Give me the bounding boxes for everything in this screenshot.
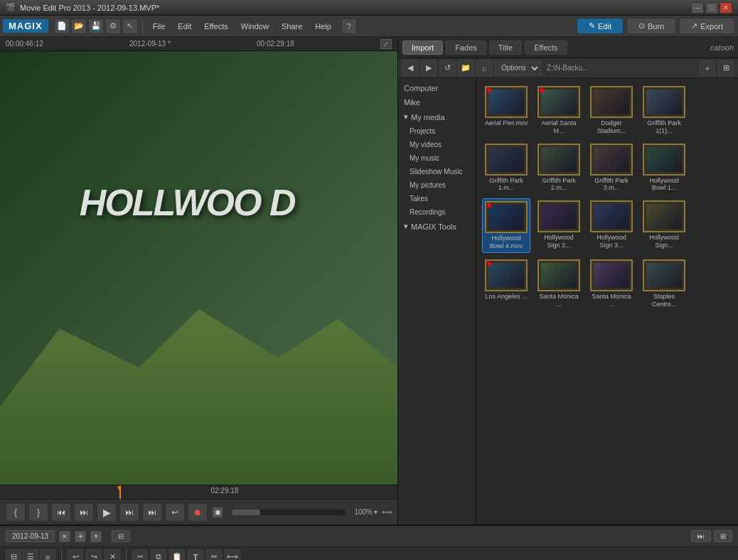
file-item[interactable]: Staples Centre...	[640, 257, 688, 311]
copy-button[interactable]: ⧉	[151, 549, 166, 561]
minimize-button[interactable]: ─	[691, 2, 704, 14]
prev-frame-button[interactable]: ⏮	[51, 503, 71, 522]
options-dropdown[interactable]: Options	[495, 61, 541, 75]
file-item[interactable]: Aerial Pier.mov	[482, 84, 530, 137]
grid-view-button[interactable]: ⊞	[718, 60, 734, 76]
menu-edit[interactable]: Edit	[172, 19, 197, 33]
timeline-add-button[interactable]: +	[75, 531, 86, 542]
end-button[interactable]: ⏭	[119, 503, 139, 522]
expand-icon-2: ▾	[404, 222, 408, 231]
cursor-button[interactable]: ↖	[122, 18, 138, 34]
storyboard-view-button[interactable]: ⊟	[112, 530, 130, 542]
tab-burn-top[interactable]: ⊙ Burn	[626, 18, 676, 34]
close-button[interactable]: ✕	[720, 2, 732, 14]
new-button[interactable]: 📄	[54, 18, 70, 34]
menu-effects[interactable]: Effects	[198, 19, 233, 33]
tab-title[interactable]: Title	[489, 41, 522, 55]
mark-out-button[interactable]: }	[28, 503, 48, 522]
cut-button[interactable]: ✂	[132, 549, 148, 561]
zoom-display: 100% ▾ ⟺	[354, 508, 392, 516]
file-item[interactable]: Dodger Stadium...	[587, 84, 636, 137]
file-label: Griffith Park 3.m...	[589, 177, 633, 193]
search-button[interactable]: ⌕	[476, 60, 492, 76]
nav-slideshow[interactable]: Slideshow Music	[398, 165, 476, 178]
nav-computer[interactable]: Computer	[398, 81, 476, 95]
forward-button[interactable]: ▶	[421, 60, 437, 76]
file-item[interactable]: Hollywood Sign 2...	[535, 198, 583, 253]
nav-mymedia[interactable]: ▾ My media	[398, 109, 476, 124]
file-item[interactable]: Hollywood Bowl 1...	[640, 141, 688, 195]
tab-edit-top[interactable]: ✎ Edit	[577, 18, 624, 34]
refresh-button[interactable]: ↺	[439, 60, 455, 76]
folder-button[interactable]: 📁	[458, 60, 474, 76]
file-item[interactable]: Hollywood Sign 3...	[587, 198, 636, 253]
add-button[interactable]: +	[700, 60, 715, 76]
file-item[interactable]: Griffith Park 3.m...	[587, 141, 636, 195]
thumbnail-preview	[488, 147, 524, 172]
path-label: Z:\N-Backu...	[547, 64, 588, 72]
effects-button[interactable]: ✏	[206, 549, 222, 561]
paste-button[interactable]: 📋	[169, 549, 185, 561]
nav-takes[interactable]: Takes	[398, 192, 476, 205]
window-controls[interactable]: ─ □ ✕	[691, 2, 732, 14]
file-item[interactable]: Hollywood Sign...	[640, 198, 688, 253]
file-item[interactable]: Griffith Park 1.m...	[482, 141, 530, 195]
preview-expand-button[interactable]: ⤢	[380, 39, 392, 49]
settings-button[interactable]: ⚙	[105, 18, 121, 34]
menu-share[interactable]: Share	[276, 19, 308, 33]
menu-help[interactable]: Help	[309, 19, 337, 33]
record-button[interactable]: ⏺	[188, 503, 208, 522]
nav-mypictures[interactable]: My pictures	[398, 178, 476, 192]
next-frame-button[interactable]: ⏭	[142, 503, 162, 522]
file-item[interactable]: Aerial Santa M...	[535, 84, 583, 137]
file-item[interactable]: Santa Monica ...	[587, 257, 636, 311]
file-label: Los Angeles ...	[485, 293, 527, 301]
file-item[interactable]: Santa Monica ...	[535, 257, 583, 311]
menu-window[interactable]: Window	[235, 19, 274, 33]
redo-button[interactable]: ↪	[86, 549, 102, 561]
nav-myvideos[interactable]: My videos	[398, 138, 476, 151]
tab-export-top[interactable]: ↗ Export	[679, 18, 735, 34]
scrubbar[interactable]	[232, 510, 346, 515]
file-item[interactable]: Los Angeles ...	[482, 257, 530, 311]
loop-button[interactable]: ↩	[165, 503, 185, 522]
timeline-close-button[interactable]: ✕	[59, 531, 70, 542]
file-item[interactable]: Hollywood Bowl 4.mov	[482, 198, 530, 253]
play-button[interactable]: ▶	[97, 503, 117, 522]
delete-button[interactable]: ✕	[105, 549, 120, 561]
stop-button[interactable]: ■	[212, 507, 223, 518]
file-label: Hollywood Bowl 4.mov	[485, 235, 528, 250]
storyboard-mode-button[interactable]: ⊟	[6, 549, 21, 561]
timeline-extra-button[interactable]: ⊞	[714, 530, 732, 542]
open-button[interactable]: 📂	[71, 18, 87, 34]
nav-magixtools[interactable]: ▾ MAGIX Tools	[398, 219, 476, 234]
zoom-expand-icon[interactable]: ⟺	[382, 508, 392, 516]
file-item[interactable]: Griffith Park 2.m...	[535, 141, 583, 195]
save-button[interactable]: 💾	[88, 18, 104, 34]
timeline-mode-button[interactable]: ☰	[23, 549, 38, 561]
timeline-tab[interactable]: 2012-09-13	[6, 530, 55, 542]
timeline-dropdown-button[interactable]: ▾	[90, 531, 102, 542]
text-button[interactable]: T	[188, 549, 203, 561]
start-button[interactable]: ⏭	[74, 503, 94, 522]
nav-projects[interactable]: Projects	[398, 124, 476, 138]
timeline-end-button[interactable]: ⏭	[691, 530, 711, 542]
help-icon[interactable]: ?	[341, 18, 357, 34]
list-mode-button[interactable]: ≡	[40, 549, 55, 561]
nav-mike[interactable]: Mike	[398, 95, 476, 109]
tab-import[interactable]: Import	[402, 41, 443, 55]
tab-fades[interactable]: Fades	[446, 41, 486, 55]
mark-in-button[interactable]: {	[6, 503, 26, 522]
transitions-button[interactable]: ⟷	[225, 549, 240, 561]
nav-recordings[interactable]: Recordings	[398, 205, 476, 219]
nav-mymusic[interactable]: My music	[398, 151, 476, 165]
undo-button[interactable]: ↩	[68, 549, 83, 561]
file-item[interactable]: Griffith Park 1(1)...	[640, 84, 688, 137]
tab-effects[interactable]: Effects	[525, 41, 567, 55]
maximize-button[interactable]: □	[705, 2, 718, 14]
file-label: Santa Monica ...	[589, 293, 633, 308]
preview-progress-bar[interactable]: 02:29:18	[0, 485, 397, 499]
menu-file[interactable]: File	[147, 19, 171, 33]
zoom-dropdown-icon[interactable]: ▾	[374, 508, 378, 516]
back-button[interactable]: ◀	[402, 60, 418, 76]
